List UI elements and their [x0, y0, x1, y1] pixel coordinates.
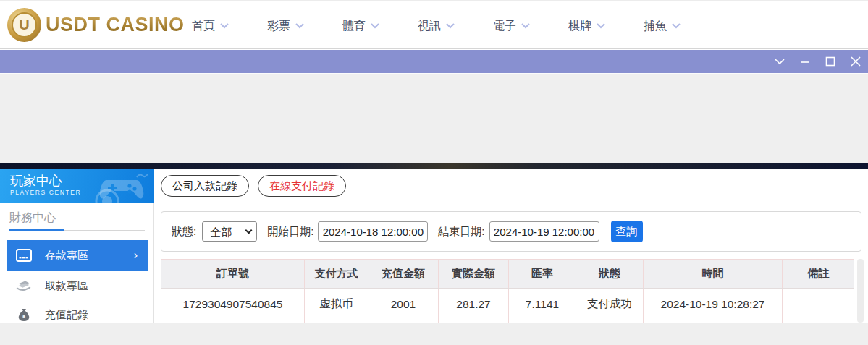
- close-icon[interactable]: [849, 55, 862, 68]
- coin-logo-icon: U: [7, 8, 41, 42]
- status-label: 狀態:: [172, 225, 196, 239]
- nav-label: 首頁: [192, 19, 215, 34]
- page-bottom-background: [0, 323, 868, 345]
- table-row: 1729304907540845 虚拟币 2001 281.27 7.1141 …: [161, 289, 855, 320]
- joystick-icon: [95, 189, 119, 203]
- cell-order-no: 1729304907540845: [161, 289, 305, 320]
- cell-actual-amount: 281.27: [439, 289, 509, 320]
- main-nav: 首頁 彩票 體育 視訊 電子 棋牌 捕魚: [192, 1, 681, 51]
- cell-pay-method: 虚拟币: [305, 289, 368, 320]
- record-tabs: 公司入款記錄 在線支付記錄: [161, 175, 346, 197]
- collapse-icon[interactable]: [773, 55, 786, 68]
- deposit-card-icon: [16, 249, 32, 262]
- start-date-label: 開始日期:: [267, 225, 313, 239]
- nav-item-slots[interactable]: 電子: [493, 19, 530, 34]
- sidebar-item-label: 取款專區: [45, 279, 88, 293]
- money-bag-icon: ¥: [16, 308, 32, 322]
- chevron-down-icon: [371, 23, 379, 29]
- maximize-icon[interactable]: [824, 55, 837, 68]
- chevron-down-icon: [521, 23, 530, 29]
- chevron-right-icon: ›: [134, 249, 138, 262]
- cell-recharge-amount: 2001: [368, 289, 439, 320]
- tab-online-payment-records[interactable]: 在線支付記錄: [258, 175, 346, 197]
- sidebar-item-withdraw[interactable]: 取款專區: [0, 271, 154, 300]
- brand-name: USDT CASINO: [46, 14, 185, 36]
- sidebar: 玩家中心 PLAYERS CENTER 財務中心: [0, 169, 154, 323]
- svg-text:¥: ¥: [22, 313, 26, 320]
- app-header: U USDT CASINO 首頁 彩票 體育 視訊 電子 棋牌 捕魚: [0, 0, 868, 49]
- end-date-input[interactable]: [489, 221, 599, 242]
- nav-label: 捕魚: [644, 19, 667, 34]
- sidebar-item-label: 存款專區: [45, 249, 88, 263]
- section-underline-accent: [9, 229, 64, 231]
- status-select[interactable]: 全部: [202, 221, 257, 242]
- withdraw-hand-icon: [16, 279, 32, 292]
- nav-item-home[interactable]: 首頁: [192, 19, 229, 34]
- brand-logo[interactable]: U USDT CASINO: [7, 8, 185, 42]
- col-recharge-amount: 充值金額: [368, 260, 439, 289]
- minimize-icon[interactable]: [799, 55, 812, 68]
- cell-remark: [783, 289, 855, 320]
- nav-item-fishing[interactable]: 捕魚: [644, 19, 681, 34]
- col-remark: 備註: [783, 260, 855, 289]
- records-panel: 公司入款記錄 在線支付記錄 狀態: 全部 開始日期: 結束日期: 查詢: [155, 169, 868, 323]
- table-header-row: 訂單號 支付方式 充值金額 實際金額 匯率 狀態 時間 備註: [161, 260, 855, 289]
- panel-top-divider: [0, 163, 868, 169]
- nav-label: 彩票: [267, 19, 290, 34]
- chevron-down-icon: [672, 23, 681, 29]
- end-date-label: 結束日期:: [438, 225, 484, 239]
- col-order-no: 訂單號: [161, 260, 305, 289]
- cell-rate: 7.1141: [509, 289, 576, 320]
- status-select-wrap: 全部: [202, 221, 257, 242]
- nav-item-cards[interactable]: 棋牌: [568, 19, 605, 34]
- nav-item-live[interactable]: 視訊: [418, 19, 455, 34]
- nav-label: 體育: [342, 19, 366, 34]
- cell-time: 2024-10-19 10:28:27: [644, 289, 783, 320]
- desktop-background: [0, 73, 868, 163]
- filter-bar: 狀態: 全部 開始日期: 結束日期: 查詢: [161, 211, 861, 252]
- tab-company-deposit-records[interactable]: 公司入款記錄: [161, 175, 249, 197]
- col-time: 時間: [644, 260, 783, 289]
- chevron-down-icon: [597, 23, 605, 29]
- nav-item-sports[interactable]: 體育: [342, 19, 379, 34]
- coin-monogram: U: [12, 12, 37, 38]
- window-titlebar: [0, 50, 868, 73]
- start-date-input[interactable]: [318, 221, 428, 242]
- section-underline: [9, 219, 145, 231]
- nav-label: 棋牌: [568, 19, 591, 34]
- records-table: 訂單號 支付方式 充值金額 實際金額 匯率 狀態 時間 備註 172930490…: [161, 259, 854, 323]
- search-button[interactable]: 查詢: [611, 221, 643, 242]
- col-actual-amount: 實際金額: [439, 260, 509, 289]
- col-pay-method: 支付方式: [305, 260, 368, 289]
- cell-status: 支付成功: [576, 289, 644, 320]
- content-area: 玩家中心 PLAYERS CENTER 財務中心: [0, 169, 868, 323]
- sidebar-item-deposit[interactable]: 存款專區 ›: [7, 240, 148, 271]
- nav-label: 視訊: [418, 19, 441, 34]
- chevron-down-icon: [446, 23, 455, 29]
- nav-label: 電子: [493, 19, 516, 34]
- chevron-down-icon: [295, 23, 304, 29]
- players-center-banner: 玩家中心 PLAYERS CENTER: [0, 169, 154, 203]
- sidebar-item-label: 充值記錄: [45, 308, 88, 322]
- col-rate: 匯率: [509, 260, 576, 289]
- nav-item-lottery[interactable]: 彩票: [267, 19, 304, 34]
- table-scrollbar[interactable]: [857, 259, 864, 323]
- chevron-down-icon: [220, 23, 229, 29]
- col-status: 狀態: [576, 260, 644, 289]
